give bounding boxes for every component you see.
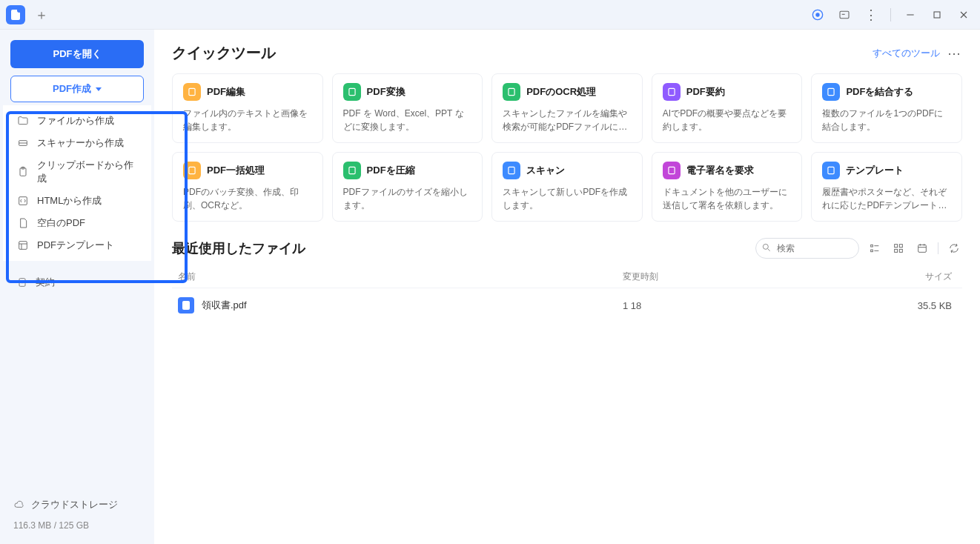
column-header-modified[interactable]: 変更時刻	[623, 271, 875, 283]
scanner-icon	[16, 136, 30, 150]
tool-description: PDFファイルのサイズを縮小します。	[343, 185, 472, 212]
svg-rect-21	[669, 167, 675, 173]
tool-description: ファイル内のテキストと画像を編集します。	[183, 107, 312, 133]
clipboard-icon	[16, 165, 30, 179]
dropdown-label: スキャナーから作成	[37, 136, 124, 150]
tool-description: AIでPDFの概要や要点などを要約します。	[663, 107, 792, 133]
file-row[interactable]: 領収書.pdf1 1835.5 KB	[172, 288, 962, 322]
chevron-down-icon	[96, 87, 102, 91]
svg-rect-2	[840, 11, 849, 18]
tool-description: 複数のファイルを1つのPDFに結合します。	[822, 107, 951, 133]
tool-title: PDF変換	[367, 85, 405, 99]
tool-title: 電子署名を要求	[686, 164, 754, 177]
tool-icon	[503, 162, 520, 179]
pdf-file-icon	[178, 297, 194, 314]
create-pdf-label: PDF作成	[53, 82, 91, 96]
tool-icon	[663, 83, 681, 101]
tool-card[interactable]: スキャンスキャンして新しいPDFを作成します。	[491, 152, 643, 222]
recent-files-title: 最近使用したファイル	[172, 239, 305, 257]
dropdown-item-template[interactable]: PDFテンプレート	[3, 234, 151, 256]
tool-icon	[343, 162, 361, 179]
tool-card[interactable]: PDF変換PDF を Word、Excel、PPT などに変換します。	[332, 73, 483, 143]
svg-rect-12	[19, 279, 25, 287]
tool-icon	[503, 83, 520, 101]
svg-rect-4	[934, 12, 940, 18]
tool-card[interactable]: PDFを圧縮PDFファイルのサイズを縮小します。	[332, 152, 483, 222]
tool-card[interactable]: PDF一括処理PDFのバッチ変換、作成、印刷、OCRなど。	[172, 152, 323, 222]
sidebar-item-label: 契約	[36, 276, 55, 289]
svg-rect-20	[509, 167, 514, 173]
view-grid-icon[interactable]	[890, 240, 907, 256]
tool-icon	[663, 162, 681, 179]
code-icon	[16, 194, 30, 208]
maximize-button[interactable]	[927, 4, 947, 25]
account-icon[interactable]	[807, 4, 828, 25]
sidebar-item-label: クラウドストレージ	[31, 498, 118, 511]
tool-description: 履歴書やポスターなど、それぞれに応じたPDFテンプレートを入...	[822, 185, 951, 212]
all-tools-link[interactable]: すべてのツール	[873, 47, 940, 60]
tool-description: スキャンして新しいPDFを作成します。	[503, 185, 632, 212]
template-icon	[16, 239, 30, 252]
file-table-header: 名前 変更時刻 サイズ	[172, 266, 962, 288]
app-logo	[6, 5, 25, 24]
tool-icon	[183, 83, 201, 101]
storage-usage-text: 116.3 MB / 125 GB	[13, 517, 141, 531]
new-tab-button[interactable]: ＋	[33, 6, 50, 24]
svg-rect-16	[669, 88, 675, 95]
svg-rect-18	[189, 167, 195, 173]
message-icon[interactable]	[834, 4, 855, 25]
titlebar: ＋ ⋮	[0, 0, 980, 30]
tool-card[interactable]: PDF要約AIでPDFの概要や要点などを要約します。	[652, 73, 803, 143]
view-calendar-icon[interactable]	[914, 240, 930, 256]
tool-description: ドキュメントを他のユーザーに送信して署名を依頼します。	[663, 185, 792, 212]
close-button[interactable]	[953, 4, 974, 25]
file-modified: 1 18	[623, 300, 875, 311]
tool-card[interactable]: PDF編集ファイル内のテキストと画像を編集します。	[172, 73, 323, 143]
sidebar: PDFを開く PDF作成 ファイルから作成 スキャナーから作成 クリップボードか…	[0, 30, 154, 544]
create-pdf-button[interactable]: PDF作成	[10, 76, 144, 102]
sidebar-item-contract[interactable]: 契約	[0, 270, 154, 295]
create-pdf-dropdown: ファイルから作成 スキャナーから作成 クリップボードから作成 HTMLから作成 …	[3, 105, 151, 261]
tool-title: PDFを圧縮	[367, 164, 415, 177]
tool-title: PDF一括処理	[207, 164, 265, 177]
column-header-size[interactable]: サイズ	[875, 271, 956, 283]
svg-rect-26	[871, 250, 873, 252]
kebab-menu-icon[interactable]: ⋮	[861, 4, 881, 25]
svg-rect-25	[871, 245, 873, 247]
quick-tools-grid: PDF編集ファイル内のテキストと画像を編集します。PDF変換PDF を Word…	[172, 73, 962, 222]
dropdown-label: クリップボードから作成	[37, 159, 138, 185]
open-pdf-button[interactable]: PDFを開く	[10, 40, 144, 68]
tool-card[interactable]: テンプレート履歴書やポスターなど、それぞれに応じたPDFテンプレートを入...	[811, 152, 962, 222]
more-menu-icon[interactable]: ⋯	[947, 45, 962, 62]
view-list-icon[interactable]	[867, 240, 883, 256]
dropdown-label: HTMLから作成	[37, 194, 102, 208]
svg-rect-13	[189, 88, 195, 95]
svg-line-24	[768, 249, 770, 251]
file-list: 領収書.pdf1 1835.5 KB	[172, 288, 962, 322]
column-header-name[interactable]: 名前	[178, 271, 623, 283]
tool-title: PDF要約	[686, 85, 725, 99]
tool-title: テンプレート	[846, 164, 904, 177]
tool-title: PDFのOCR処理	[526, 85, 596, 99]
search-icon	[761, 242, 772, 253]
tool-icon	[822, 162, 840, 179]
tool-title: PDFを結合する	[846, 85, 913, 99]
tool-card[interactable]: PDFのOCR処理スキャンしたファイルを編集や検索が可能なPDFファイルに変換.…	[491, 73, 643, 143]
tool-card[interactable]: PDFを結合する複数のファイルを1つのPDFに結合します。	[811, 73, 962, 143]
svg-rect-22	[828, 167, 834, 173]
svg-rect-33	[918, 245, 927, 252]
dropdown-item-from-clipboard[interactable]: クリップボードから作成	[3, 154, 151, 190]
dropdown-item-from-scanner[interactable]: スキャナーから作成	[3, 132, 151, 154]
minimize-button[interactable]	[900, 4, 921, 25]
dropdown-item-from-html[interactable]: HTMLから作成	[3, 190, 151, 212]
tool-title: PDF編集	[207, 85, 245, 99]
sidebar-item-cloud[interactable]: クラウドストレージ	[13, 492, 141, 517]
dropdown-item-blank[interactable]: 空白のPDF	[3, 212, 151, 234]
refresh-icon[interactable]	[946, 240, 962, 256]
tool-icon	[822, 83, 840, 101]
svg-point-23	[763, 244, 768, 249]
svg-rect-29	[895, 245, 898, 248]
tool-card[interactable]: 電子署名を要求ドキュメントを他のユーザーに送信して署名を依頼します。	[652, 152, 803, 222]
svg-rect-31	[895, 249, 898, 252]
dropdown-item-from-file[interactable]: ファイルから作成	[3, 110, 151, 132]
